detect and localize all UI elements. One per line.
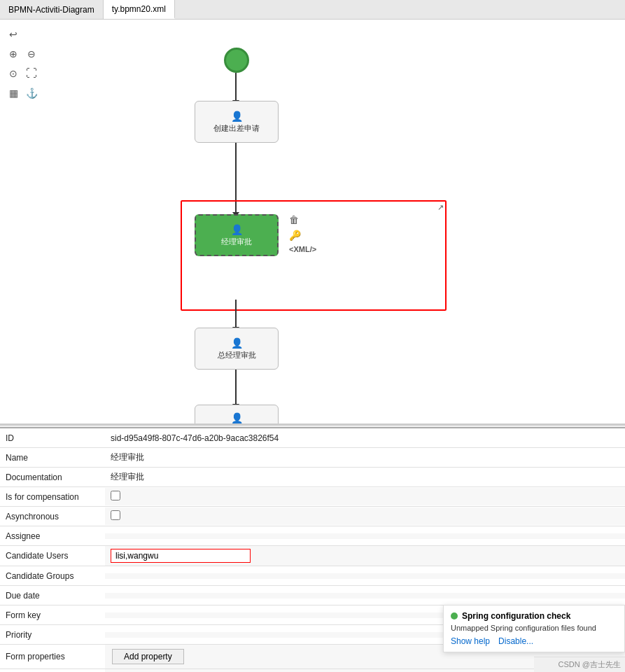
prop-value-candidate-users [105, 546, 625, 566]
zoom-actual-button[interactable]: ⛶ [24, 66, 39, 81]
left-toolbar: ↩ ⊕ ⊖ ⊙ ⛶ ▦ ⚓ [6, 27, 39, 101]
delete-icon[interactable]: 🗑 [289, 214, 316, 225]
prop-row-async: Asynchronous [0, 507, 625, 526]
prop-label-priority: Priority [0, 627, 105, 643]
arrow-start-to-task1 [235, 73, 237, 101]
prop-value-id: sid-d95a49f8-807c-47d6-a20b-9acac3826f54 [105, 430, 625, 446]
arrow-task2-to-task3 [235, 300, 237, 328]
compensation-checkbox[interactable] [111, 491, 120, 500]
grid-button[interactable]: ▦ [6, 85, 21, 101]
diagram-canvas: ↩ ⊕ ⊖ ⊙ ⛶ ▦ ⚓ 👤 创建出差申请 ↗ [0, 20, 625, 426]
toolbar-row-1: ↩ [6, 27, 39, 42]
prop-row-candidate-users: Candidate Users [0, 546, 625, 566]
zoom-fit-button[interactable]: ⊙ [6, 66, 21, 81]
anchor-button[interactable]: ⚓ [24, 85, 39, 101]
prop-row-id: ID sid-d95a49f8-807c-47d6-a20b-9acac3826… [0, 428, 625, 448]
toolbar-row-2: ⊕ ⊖ [6, 46, 39, 62]
prop-label-name: Name [0, 450, 105, 465]
prop-label-compensation: Is for compensation [0, 489, 105, 505]
candidate-users-input[interactable] [111, 549, 251, 563]
prop-label-id: ID [0, 430, 105, 446]
show-help-link[interactable]: Show help [451, 636, 490, 646]
prop-row-name: Name 经理审批 [0, 448, 625, 468]
prop-label-form-key: Form key [0, 608, 105, 623]
prop-row-candidate-groups: Candidate Groups [0, 566, 625, 586]
spring-notification: Spring configuration check Unmapped Spri… [443, 605, 625, 652]
task-partial[interactable]: 👤 [195, 405, 279, 426]
prop-label-due-date: Due date [0, 588, 105, 603]
prop-value-due-date [105, 593, 625, 598]
tab-xml-file[interactable]: ty.bpmn20.xml [104, 0, 175, 19]
task-gm-approve[interactable]: 👤 总经理审批 [195, 328, 279, 370]
prop-value-assignee [105, 533, 625, 539]
task-user-icon-4: 👤 [231, 412, 243, 424]
prop-label-async: Asynchronous [0, 509, 105, 524]
task-user-icon-3: 👤 [231, 337, 243, 349]
prop-row-assignee: Assignee [0, 526, 625, 546]
async-checkbox[interactable] [111, 510, 120, 520]
tab-bar: BPMN-Activiti-Diagram ty.bpmn20.xml [0, 0, 625, 20]
toolbar-row-3: ⊙ ⛶ [6, 66, 39, 81]
spring-status-dot [451, 612, 458, 620]
context-menu: 🗑 🔑 <XML/> [289, 214, 316, 253]
task-user-icon-2: 👤 [231, 224, 243, 235]
xml-icon[interactable]: <XML/> [289, 245, 316, 253]
prop-row-documentation: Documentation 经理审批 [0, 468, 625, 487]
prop-value-compensation [105, 488, 625, 505]
task-create-request[interactable]: 👤 创建出差申请 [195, 101, 279, 143]
toolbar-row-4: ▦ ⚓ [6, 85, 39, 101]
prop-label-candidate-groups: Candidate Groups [0, 568, 105, 584]
prop-value-candidate-groups [105, 573, 625, 579]
bpmn-flow: 👤 创建出差申请 ↗ 👤 经理审批 🗑 🔑 <XML/> 👤 总经理审批 [70, 34, 560, 412]
arrow-task3-to-task4 [235, 370, 237, 405]
task-user-icon-1: 👤 [231, 111, 243, 122]
add-property-button[interactable]: Add property [112, 649, 184, 664]
spring-notify-links: Show help Disable... [451, 636, 617, 646]
tab-bpmn-diagram[interactable]: BPMN-Activiti-Diagram [0, 0, 104, 19]
prop-value-documentation: 经理审批 [105, 468, 625, 486]
key-icon[interactable]: 🔑 [289, 230, 316, 241]
prop-label-assignee: Assignee [0, 528, 105, 544]
prop-row-execution-listeners: Execution listeners Add execution listen… [0, 669, 625, 672]
prop-label-candidate-users: Candidate Users [0, 548, 105, 564]
prop-row-due-date: Due date [0, 586, 625, 606]
spring-notify-body: Unmapped Spring configuration files foun… [451, 624, 617, 632]
bottom-bar: CSDN @吉士先生 [534, 657, 625, 672]
prop-row-compensation: Is for compensation [0, 487, 625, 507]
spring-notify-header: Spring configuration check [451, 611, 617, 621]
zoom-out-button[interactable]: ⊖ [24, 46, 39, 62]
start-event[interactable] [224, 48, 249, 73]
expand-icon: ↗ [437, 203, 444, 212]
prop-label-form-properties: Form properties [0, 649, 105, 664]
prop-value-async [105, 507, 625, 525]
disable-link[interactable]: Disable... [498, 636, 533, 646]
task-manager-approve[interactable]: 👤 经理审批 [195, 214, 279, 256]
zoom-in-button[interactable]: ⊕ [6, 46, 21, 62]
prop-label-documentation: Documentation [0, 470, 105, 485]
undo-button[interactable]: ↩ [6, 27, 21, 42]
prop-value-name: 经理审批 [105, 449, 625, 466]
